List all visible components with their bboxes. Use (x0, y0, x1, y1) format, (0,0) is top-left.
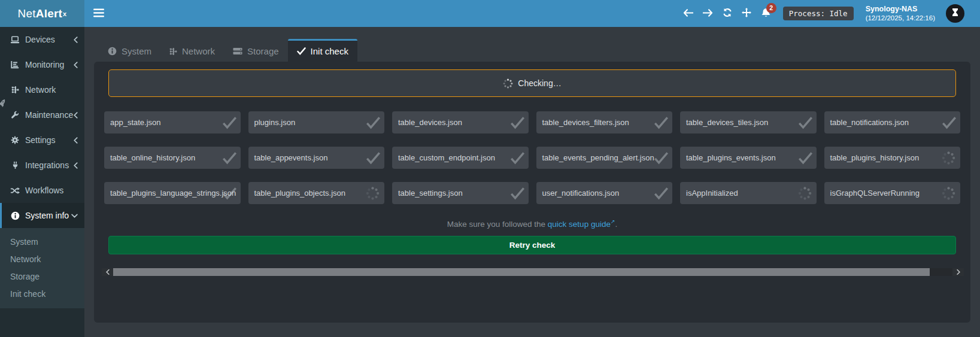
quick-setup-guide-link[interactable]: quick setup guide (548, 220, 611, 229)
logo-bold: Alert (36, 7, 62, 20)
user-avatar[interactable] (946, 4, 964, 23)
check-icon (222, 151, 238, 165)
gear-icon (10, 136, 20, 144)
sidebar-menu: DevicesMonitoringNetworkMaintenanceSetti… (0, 27, 84, 308)
check-tile-label: table_online_history.json (110, 153, 195, 162)
chart-icon (10, 60, 20, 69)
move-button[interactable] (742, 8, 751, 19)
check-tile-label: table_appevents.json (254, 153, 328, 162)
check-tile-label: table_notifications.json (830, 118, 909, 127)
spinner-icon (942, 151, 955, 165)
check-tile-label: table_plugins_events.json (686, 153, 776, 162)
sidebar-item-integrations[interactable]: Integrations (0, 153, 84, 178)
check-tile-table-notifications-json: table_notifications.json (824, 111, 961, 133)
spinner-icon (366, 186, 380, 200)
check-icon (509, 151, 526, 165)
sidebar-item-network[interactable]: Network (0, 77, 84, 102)
check-tile-table-custom-endpoint-json: table_custom_endpoint.json (392, 147, 529, 169)
network-icon (10, 86, 20, 94)
check-tile-label: plugins.json (254, 118, 296, 127)
shuffle-icon (10, 187, 20, 195)
scrollbar-thumb[interactable] (113, 268, 930, 276)
check-tile-label: table_custom_endpoint.json (398, 153, 495, 162)
network-icon (169, 47, 177, 56)
sidebar-subitem-init-check[interactable]: Init check (0, 285, 84, 302)
tab-init-check[interactable]: Init check (288, 39, 357, 62)
sidebar-subitem-network[interactable]: Network (0, 250, 84, 268)
back-button[interactable] (683, 9, 693, 19)
tab-bar: SystemNetworkStorageInit check (84, 39, 980, 62)
check-icon (797, 151, 814, 165)
horizontal-scrollbar (102, 268, 964, 276)
sidebar-item-label: System info (25, 211, 71, 220)
chevron-down-icon (71, 214, 78, 218)
refresh-button[interactable] (723, 8, 732, 19)
check-tile-table-plugins-objects-json: table_plugins_objects.json (248, 182, 385, 204)
check-icon (365, 151, 381, 165)
sidebar-item-label: Network (25, 85, 78, 95)
check-tile-label: table_devices_tiles.json (686, 118, 768, 127)
sidebar-subitem-storage[interactable]: Storage (0, 268, 84, 285)
notifications-button[interactable]: 2 (761, 8, 771, 20)
forward-button[interactable] (703, 9, 713, 19)
tab-storage[interactable]: Storage (224, 39, 288, 62)
tab-network[interactable]: Network (160, 39, 224, 62)
sidebar-item-label: Workflows (25, 186, 78, 195)
tab-label: System (122, 46, 151, 56)
sidebar: DevicesMonitoringNetworkMaintenanceSetti… (0, 27, 84, 337)
spinner-icon (798, 186, 812, 200)
sidebar-item-maintenance[interactable]: Maintenance (0, 102, 84, 127)
plug-icon (10, 161, 20, 169)
process-status-badge: Process: Idle (783, 7, 854, 20)
menu-icon (93, 8, 104, 19)
main-content: SystemNetworkStorageInit check Checking…… (84, 27, 980, 337)
sidebar-item-workflows[interactable]: Workflows (0, 178, 84, 203)
host-name: Synology-NAS (866, 4, 935, 14)
tab-label: Storage (247, 46, 279, 56)
server-icon (233, 47, 242, 55)
app-logo[interactable]: NetAlertx (0, 0, 84, 27)
host-info: Synology-NAS (12/12/2025, 14:22:16) (866, 4, 935, 23)
hint-prefix: Make sure you followed the (447, 220, 548, 229)
check-tile-isappinitialized: isAppInitialized (680, 182, 817, 204)
sidebar-item-devices[interactable]: Devices (0, 27, 84, 52)
sidebar-item-system-info[interactable]: System info (0, 203, 84, 228)
logo-sup: x (63, 10, 66, 17)
check-tile-table-settings-json: table_settings.json (392, 182, 529, 204)
check-tile-label: table_events_pending_alert.json (542, 153, 654, 162)
init-check-panel: Checking… app_state.jsonplugins.jsontabl… (94, 62, 970, 323)
chevron-left-icon (74, 162, 78, 169)
check-tile-table-events-pending-alert-json: table_events_pending_alert.json (536, 147, 673, 169)
check-tile-label: app_state.json (110, 118, 161, 127)
scrollbar-track[interactable] (113, 268, 952, 276)
scroll-left-button[interactable] (102, 268, 113, 276)
check-tile-label: table_devices.json (398, 118, 462, 127)
check-tiles-grid: app_state.jsonplugins.jsontable_devices.… (104, 111, 960, 204)
check-icon (509, 187, 526, 200)
scroll-right-button[interactable] (952, 268, 964, 276)
sidebar-item-settings[interactable]: Settings (0, 127, 84, 153)
info-icon (10, 211, 20, 220)
check-icon (653, 151, 669, 165)
check-icon (297, 47, 306, 55)
sidebar-item-monitoring[interactable]: Monitoring (0, 52, 84, 77)
check-icon (222, 116, 238, 129)
tab-system[interactable]: System (99, 39, 160, 62)
check-icon (365, 116, 381, 129)
check-icon (509, 116, 526, 129)
spinner-icon (942, 186, 955, 200)
check-tile-label: table_devices_filters.json (542, 118, 629, 127)
check-tile-label: user_notifications.json (542, 189, 620, 198)
check-tile-table-plugins-history-json: table_plugins_history.json (824, 147, 961, 169)
check-tile-label: isAppInitialized (686, 189, 738, 198)
logo-prefix: Net (18, 7, 36, 20)
sidebar-subitem-system[interactable]: System (0, 233, 84, 250)
check-icon (653, 116, 669, 129)
check-tile-table-appevents-json: table_appevents.json (248, 147, 385, 169)
retry-check-button[interactable]: Retry check (108, 236, 956, 254)
hint-suffix: . (615, 220, 617, 229)
sidebar-item-label: Devices (25, 35, 74, 44)
check-tile-label: table_plugins_language_strings.json (110, 189, 236, 198)
check-tile-table-devices-filters-json: table_devices_filters.json (536, 111, 673, 133)
sidebar-toggle-button[interactable] (93, 8, 104, 19)
